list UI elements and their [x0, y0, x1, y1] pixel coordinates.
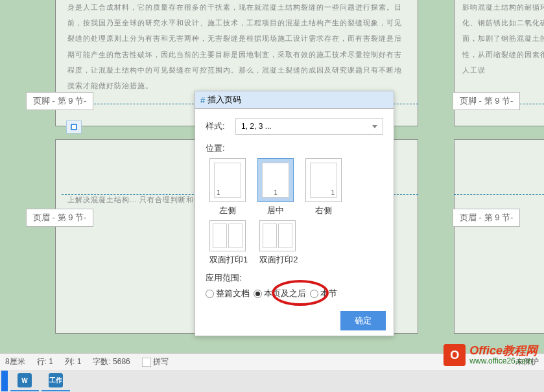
insert-page-number-dialog: # 插入页码 样式: 1, 2, 3 ... 位置: 1 左侧 1 居中 1 右… — [195, 91, 394, 336]
watermark-url: www.office26.com — [469, 357, 538, 365]
footer-marker-right[interactable]: 页脚 - 第 9 节- — [453, 92, 520, 110]
radio-icon — [310, 290, 318, 298]
footer-marker-left[interactable]: 页脚 - 第 9 节- — [26, 92, 93, 110]
status-row: 行: 1 — [37, 356, 53, 367]
hash-icon: # — [200, 95, 205, 105]
style-label: 样式: — [206, 121, 235, 132]
taskbar-app[interactable]: 工作 — [41, 371, 70, 391]
position-left[interactable]: 1 左侧 — [209, 158, 246, 216]
status-spell[interactable]: 拼写 — [142, 356, 169, 367]
status-cm: 8厘米 — [5, 356, 25, 367]
chevron-down-icon — [372, 125, 377, 128]
svg-rect-1 — [72, 125, 76, 129]
taskbar-wps[interactable]: W — [10, 371, 39, 391]
watermark: O Office教程网 www.office26.com — [443, 344, 538, 366]
body-text: 身是人工合成材料，它的质量存在很多的干扰素，现在就混凝土结构裂缝的一些问题进行探… — [67, 0, 406, 93]
watermark-title: Office教程网 — [469, 345, 538, 358]
office-logo-icon: O — [443, 344, 466, 366]
taskbar-edge — [1, 371, 8, 391]
status-col: 列: 1 — [65, 356, 81, 367]
style-select[interactable]: 1, 2, 3 ... — [235, 118, 383, 135]
position-label: 位置: — [206, 143, 383, 154]
duplex-print-1[interactable]: 双面打印1 — [209, 220, 248, 266]
position-right[interactable]: 1 右侧 — [305, 158, 342, 216]
body-text: 影响混凝土结构的耐循环、碳化、钢筋锈比如二氧化碳、二氧面，加剧了钢筋混凝土的耐久… — [462, 0, 544, 78]
dialog-title-bar[interactable]: # 插入页码 — [195, 91, 394, 109]
page-bottom-right — [454, 139, 544, 334]
apply-range-label: 应用范围: — [206, 272, 383, 284]
radio-this-section[interactable]: 本节 — [310, 288, 337, 299]
radio-icon — [254, 290, 262, 298]
radio-whole-doc[interactable]: 整篇文档 — [206, 288, 250, 299]
dialog-title: 插入页码 — [207, 94, 241, 106]
radio-this-page-after[interactable]: 本页及之后 — [254, 288, 306, 299]
svg-rect-2 — [142, 358, 151, 367]
confirm-button[interactable]: 确定 — [340, 311, 386, 330]
status-words: 字数: 5686 — [93, 356, 130, 367]
radio-icon — [206, 290, 214, 298]
header-line — [454, 194, 544, 195]
page-number-icon[interactable] — [66, 121, 82, 133]
duplex-print-2[interactable]: 双面打印2 — [259, 220, 298, 266]
style-value: 1, 2, 3 ... — [241, 122, 272, 131]
position-center[interactable]: 1 居中 — [257, 158, 294, 216]
header-marker-right[interactable]: 页眉 - 第 9 节- — [453, 209, 520, 227]
taskbar: W 工作 — [0, 370, 544, 392]
header-marker-left[interactable]: 页眉 - 第 9 节- — [26, 209, 93, 227]
